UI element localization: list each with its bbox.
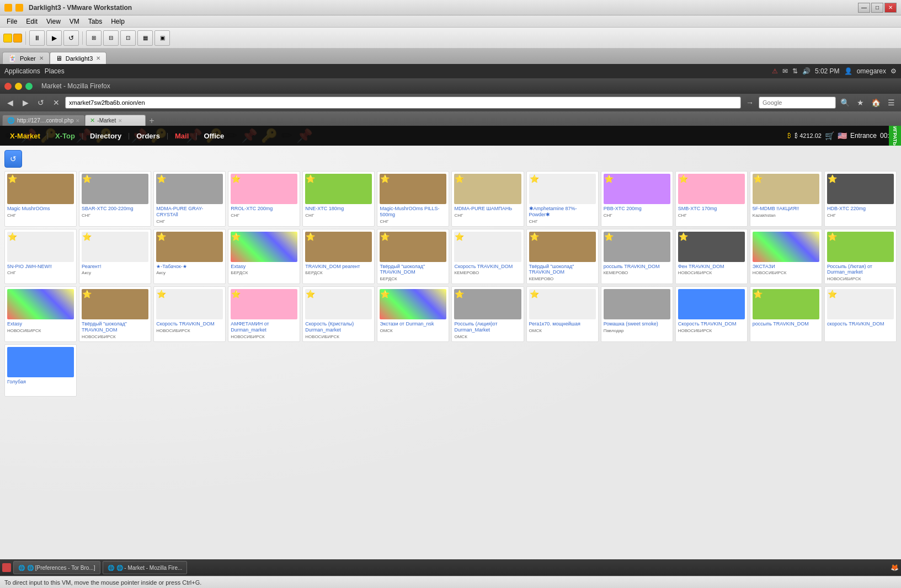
vm-toolbar-view2[interactable]: ⊟ [103,30,119,46]
poker-tab-close[interactable]: ✕ [39,55,44,61]
market-nav-entrance[interactable]: Entrance [850,132,877,140]
vm-tab-poker[interactable]: 🃏 Poker ✕ [2,52,50,64]
product-card[interactable]: ⭐Экстази от Durman_nskОМСК [377,286,449,342]
market-tab-close[interactable]: ✕ [118,118,122,124]
ff-back-btn[interactable]: ◀ [3,96,17,109]
market-nav-directory[interactable]: Directory [84,130,127,142]
product-card[interactable]: Голубая [4,344,77,397]
page-tab-control[interactable]: 🌐 http://127....control.php ✕ [2,115,85,126]
ubuntu-apps-btn[interactable]: Applications [4,67,40,75]
market-nav-orders[interactable]: Orders [131,130,166,142]
taskbar-market[interactable]: 🌐 🌐 - Market - Mozilla Fire... [103,561,188,574]
product-card[interactable]: ⭐Magic MushrOOmsСНГ [4,171,77,227]
product-card[interactable]: ⭐MDMA-PURE GRAY-CRYSTAllСНГ [153,171,226,227]
firefox-min-btn[interactable] [15,83,22,90]
product-card[interactable]: ⭐PBB-XTC 200mgСНГ [601,171,673,227]
ff-search-btn[interactable]: 🔍 [838,96,851,109]
product-card[interactable]: ЭКСТАЗИНОВОСИБИРСК [750,229,822,285]
ff-reload-btn[interactable]: ↺ [34,96,47,109]
product-name: SMB-XTC 170mg [678,206,745,212]
play-side-btn[interactable]: ИГРАТЬ [889,126,901,146]
ff-go-btn[interactable]: → [743,96,756,109]
page-tab-add[interactable]: + [146,116,157,126]
product-card[interactable]: ⭐Россыпь (Акция)от Durman_MarketОМСК [451,286,524,342]
vm-toolbar-view1[interactable]: ⊞ [86,30,102,46]
vm-menu-tabs[interactable]: Tabs [84,18,106,25]
vm-toolbar-play[interactable]: ▶ [46,30,62,46]
refresh-btn[interactable]: ↺ [4,150,22,168]
ff-bookmark-btn[interactable]: ★ [854,96,867,109]
product-name: Твёрдый "шоколад" TRAVKIN_DOM [380,264,446,276]
vm-restore-btn[interactable]: □ [871,3,883,13]
vm-menu-vm[interactable]: VM [65,18,84,25]
vm-minimize-btn[interactable]: — [858,3,870,13]
product-image: ⭐ [678,232,745,262]
vm-toolbar-view4[interactable]: ▦ [137,30,153,46]
nav-sep3: | [128,132,130,140]
product-card[interactable]: ⭐Россыпь (Лютая) от Durman_marketНОВОСИБ… [824,229,897,285]
product-card[interactable]: ⭐RROL-XTC 200mgСНГ [228,171,300,227]
vm-menu-help[interactable]: Help [106,18,129,25]
product-card[interactable]: ⭐АМФЕТАМИН от Durman_marketНОВОСИБИРСК [228,286,300,342]
product-card[interactable]: ⭐5F-MDMB !!АКЦИЯ!!Kazakhstan [750,171,822,227]
taskbar-preferences[interactable]: 🌐 🌐 [Preferences - Tor Bro...] [13,561,100,574]
market-nav-office[interactable]: Office [198,130,230,142]
product-card[interactable]: ⭐Скорость TRAVKIN_DOMКЕМЕРОВО [451,229,524,285]
product-card[interactable]: ⭐россыпь TRAVKIN_DOM [750,286,822,342]
vm-tab-darklight3[interactable]: 🖥 Darklight3 ✕ [50,52,107,64]
control-tab-close[interactable]: ✕ [76,118,80,124]
ubuntu-settings-icon: ⚙ [891,67,897,75]
vm-menu-edit[interactable]: Edit [22,18,42,25]
product-card[interactable]: ⭐✱Amphetamine 87%-Powder✱СНГ [526,171,599,227]
ubuntu-mail-icon: ✉ [782,67,788,75]
ubuntu-places-btn[interactable]: Places [45,67,65,75]
product-card[interactable]: Скорость TRAVKIN_DOMНОВОСИБИРСК [675,286,748,342]
vm-toolbar-view5[interactable]: ▣ [154,30,170,46]
firefox-close-btn[interactable] [4,83,12,90]
ff-menu-btn[interactable]: ☰ [884,96,898,109]
ff-stop-btn[interactable]: ✕ [50,96,63,109]
product-card[interactable]: ⭐HDB-XTC 220mgСНГ [824,171,897,227]
product-card[interactable]: ⭐SMB-XTC 170mgСНГ [675,171,748,227]
product-card[interactable]: ⭐Скорость TRAVKIN_DOMНОВОСИБИРСК [153,286,226,342]
vm-toolbar-restart[interactable]: ↺ [63,30,79,46]
ff-home-btn[interactable]: 🏠 [869,96,882,109]
firefox-max-btn[interactable] [25,83,33,90]
market-nav-xtop[interactable]: X-Top [50,130,81,142]
market-nav-mail[interactable]: Mail [169,130,194,142]
product-card[interactable]: ⭐Реагент!Аксу [79,229,151,285]
market-nav-xmarket[interactable]: X-Market [4,130,46,142]
ff-search-bar[interactable] [759,97,836,109]
product-card[interactable]: ⭐Фен TRAVKIN_DOMНОВОСИБИРСК [675,229,748,285]
product-card[interactable]: ⭐скорость TRAVKIN_DOM [824,286,897,342]
product-card[interactable]: ⭐россыпь TRAVKIN_DOMКЕМЕРОВО [601,229,673,285]
vm-menu-file[interactable]: File [2,18,22,25]
product-card[interactable]: ⭐Твёрдый "шоколад" TRAVKIN_DOMКЕМЕРОВО [526,229,599,285]
product-card[interactable]: ⭐Скорость (Кристалы) Durman_marketНОВОСИ… [302,286,375,342]
vm-menu-view[interactable]: View [42,18,65,25]
product-card[interactable]: ExtasyНОВОСИБИРСК [4,286,77,342]
product-image: ⭐ [305,289,372,319]
vm-controls[interactable]: — □ ✕ [858,3,897,13]
product-card[interactable]: ⭐5N-PIO JWH-NEW!!СНГ [4,229,77,285]
product-card[interactable]: ⭐Рега1к70. мощнейшаяОМСК [526,286,599,342]
product-card[interactable]: Ромашка (sweet smoke)Павлодар [601,286,673,342]
verified-badge: ⭐ [231,290,241,298]
ff-forward-btn[interactable]: ▶ [19,96,32,109]
verified-badge: ⭐ [380,290,390,298]
vm-toolbar-suspend[interactable]: ⏸ [29,30,45,46]
product-card[interactable]: ⭐MDMA-PURE ШАМПАНЬСНГ [451,171,524,227]
product-card[interactable]: ⭐NNE-XTC 180mgСНГ [302,171,375,227]
product-card[interactable]: ⭐★-Табачок-★Аксу [153,229,226,285]
product-card[interactable]: ⭐Твёрдый "шоколад" TRAVKIN_DOMБЕРДСК [377,229,449,285]
ff-url-bar[interactable] [65,97,741,109]
product-card[interactable]: ⭐TRAVKIN_DOM реагентБЕРДСК [302,229,375,285]
product-card[interactable]: ⭐ExtasyБЕРДСК [228,229,300,285]
product-card[interactable]: ⭐SBAR-XTC 200-220mgСНГ [79,171,151,227]
vm-toolbar-view3[interactable]: ⊡ [120,30,136,46]
product-card[interactable]: ⭐Твёрдый "шоколад" TRAVKIN_DOMНОВОСИБИРС… [79,286,151,342]
page-tab-market[interactable]: ✕ -Market ✕ [85,115,146,126]
vm-close-btn[interactable]: ✕ [884,3,897,13]
product-card[interactable]: ⭐Magic-MushrOOms PILLS-500mgСНГ [377,171,449,227]
darklight3-tab-close[interactable]: ✕ [96,55,100,61]
